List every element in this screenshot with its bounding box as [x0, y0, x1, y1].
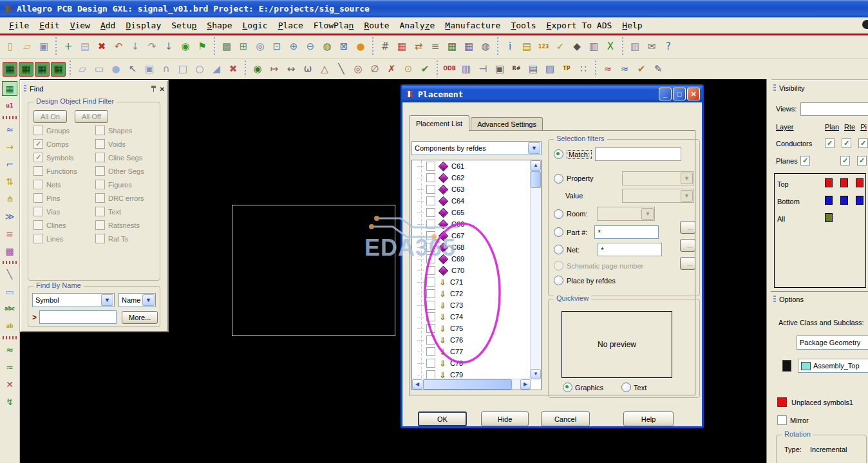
component-row-c74[interactable]: ⇓C74	[412, 311, 531, 323]
scroll-down-icon[interactable]: ▼	[531, 369, 541, 379]
save-icon[interactable]: ▣	[35, 39, 52, 55]
done-icon[interactable]: ↓	[160, 39, 177, 55]
component-row-c61[interactable]: C61	[412, 160, 531, 172]
menu-file[interactable]: File	[4, 19, 34, 32]
menu-tools[interactable]: Tools	[505, 19, 541, 32]
class-combo[interactable]: Package Geometry	[797, 335, 868, 350]
redraw-icon[interactable]: ●	[352, 39, 369, 55]
zoom-grid-icon[interactable]: ⊞	[235, 39, 252, 55]
scroll-up-icon[interactable]: ▲	[531, 160, 541, 171]
delete-icon[interactable]: ✖	[93, 39, 110, 55]
rats-all-icon[interactable]: ▦	[19, 62, 33, 77]
layer-color-swatch[interactable]	[782, 360, 791, 372]
component-row-c77[interactable]: ⇓C77	[412, 346, 531, 357]
checkbox[interactable]	[95, 139, 105, 149]
component-checkbox[interactable]	[426, 254, 435, 263]
component-checkbox[interactable]	[426, 301, 435, 310]
add-line-icon[interactable]: ╲	[2, 267, 17, 281]
component-row-c71[interactable]: ⇓C71	[412, 276, 531, 288]
close-button[interactable]: ✕	[687, 88, 700, 100]
highlight-icon[interactable]: ◆	[569, 39, 585, 55]
filter-groups-checkbox[interactable]: Groups	[33, 126, 95, 135]
component-checkbox[interactable]	[426, 266, 435, 275]
rats-components-icon[interactable]: ▦	[51, 62, 66, 77]
route-pencil-icon[interactable]: ✎	[650, 61, 666, 77]
component-checkbox[interactable]	[426, 324, 435, 333]
tab-placement-list[interactable]: Placement List	[409, 115, 469, 131]
zoom-world-icon[interactable]: ◍	[319, 39, 335, 55]
component-checkbox[interactable]	[426, 162, 435, 171]
find-name-input[interactable]	[39, 310, 117, 324]
component-row-c72[interactable]: ⇓C72	[412, 288, 531, 299]
menu-help[interactable]: Help	[617, 19, 647, 32]
checkbox[interactable]	[95, 180, 105, 189]
checkbox[interactable]	[33, 193, 43, 203]
schematic-page-browse-button[interactable]: ...	[680, 257, 695, 270]
chevron-down-icon[interactable]: ▼	[142, 294, 155, 306]
placement-dialog-titlebar[interactable]: Placement _ □ ✕	[402, 86, 703, 102]
component-checkbox[interactable]	[426, 231, 435, 240]
component-checkbox[interactable]	[426, 289, 435, 298]
rats-comb-icon[interactable]: ≈	[616, 61, 633, 77]
zoom-fit-icon[interactable]: ⊠	[335, 39, 352, 55]
shape-polygon-icon[interactable]: ▱	[74, 61, 91, 77]
bottom-color-swatch[interactable]	[856, 196, 863, 205]
component-row-c62[interactable]: C62	[412, 172, 531, 184]
checkbox[interactable]	[95, 193, 105, 203]
net-radio[interactable]	[554, 245, 563, 254]
filter-pins-checkbox[interactable]: Pins	[33, 193, 95, 203]
menu-shape[interactable]: Shape	[202, 19, 237, 32]
component-row-c79[interactable]: ⇓C79	[412, 369, 531, 379]
fanout-icon[interactable]: ⋔	[2, 191, 17, 206]
part-number-browse-button[interactable]: ...	[680, 221, 695, 234]
slide-icon[interactable]: ≫	[2, 209, 17, 223]
dim-arrow-icon[interactable]: ↦	[266, 61, 283, 77]
menu-add[interactable]: Add	[95, 19, 120, 32]
scroll-left-icon[interactable]: ◀	[412, 379, 422, 390]
world-grid-icon[interactable]: ◍	[477, 39, 494, 55]
rats-off-icon[interactable]: X	[602, 39, 619, 55]
pad-array-icon[interactable]: ∷	[575, 61, 592, 77]
match-input[interactable]	[595, 147, 681, 161]
visibility-panel-titlebar[interactable]: Visibility	[771, 80, 868, 95]
unrats-all-icon[interactable]: ▦	[3, 62, 17, 77]
refdes-u1-icon[interactable]: u1	[2, 99, 17, 113]
add-text-icon[interactable]: abc	[2, 301, 17, 316]
part-number-radio[interactable]	[554, 227, 563, 237]
shape-arc-icon[interactable]: ∩	[158, 61, 175, 77]
room-radio[interactable]	[554, 209, 563, 219]
swap-icon[interactable]: ⇄	[410, 39, 427, 55]
dfa-table-icon[interactable]: ▦	[460, 39, 477, 55]
undo-icon[interactable]: ↶	[110, 39, 127, 55]
component-checkbox[interactable]	[426, 278, 435, 287]
filter-figures-checkbox[interactable]: Figures	[95, 180, 157, 189]
add-connect-icon[interactable]: ≈	[2, 122, 17, 137]
component-checkbox[interactable]	[426, 335, 435, 345]
leader-line-icon[interactable]: ╲	[333, 61, 350, 77]
shape-circle-icon[interactable]: ●	[108, 61, 124, 77]
no-dimension-icon[interactable]: ∅	[366, 61, 383, 77]
checkbox[interactable]	[33, 220, 43, 230]
new-file-icon[interactable]: ▯	[2, 39, 19, 55]
place-by-refdes-radio[interactable]	[554, 276, 563, 285]
all-off-button[interactable]: All Off	[75, 110, 108, 123]
menu-manufacture[interactable]: Manufacture	[440, 19, 505, 32]
checkbox[interactable]	[33, 180, 43, 189]
delay-tune-icon[interactable]: ≡	[2, 226, 17, 241]
scripts-icon[interactable]: ▥	[627, 39, 643, 55]
bottom-color-swatch[interactable]	[825, 196, 833, 205]
open-folder-icon[interactable]: ▱	[19, 39, 35, 55]
component-checkbox[interactable]	[426, 370, 435, 379]
grid-toggle-icon[interactable]: #	[377, 39, 393, 55]
pin-swap-icon[interactable]: ⇅	[2, 174, 17, 189]
info-icon[interactable]: i	[502, 39, 518, 55]
filter-voids-checkbox[interactable]: Voids	[95, 139, 157, 149]
filter-other-segs-checkbox[interactable]: Other Segs	[95, 166, 157, 176]
filter-lines-checkbox[interactable]: Lines	[33, 234, 95, 243]
clipboard-check-icon[interactable]: ✔	[633, 61, 650, 77]
checkbox[interactable]	[33, 234, 43, 243]
tab-advanced-settings[interactable]: Advanced Settings	[471, 117, 543, 131]
menu-export-to-ads[interactable]: Export To ADS	[542, 19, 618, 32]
menu-analyze[interactable]: Analyze	[395, 19, 440, 32]
route-custom-icon[interactable]: →	[2, 139, 17, 154]
